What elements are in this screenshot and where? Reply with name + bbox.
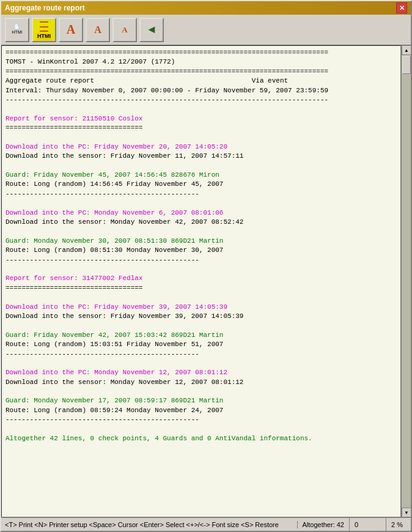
s1e2-route: Route: Long (random) 08:51:30 Monday Nov… <box>6 246 397 255</box>
print-button[interactable]: 📄HTMI <box>5 18 29 42</box>
s2e2-route: Route: Long (random) 08:59:24 Monday Nov… <box>6 406 397 415</box>
header-double-sep2: ========================================… <box>6 67 397 76</box>
s1e2-download-sensor: Download into the sensor: Monday Novembe… <box>6 218 397 227</box>
s1e2-guard: Guard: Monday November 30, 2007 08:51:30… <box>6 237 397 246</box>
sensor2-sep: ================================== <box>6 284 397 293</box>
font-small-icon: A <box>122 25 127 35</box>
header-double-sep: ========================================… <box>6 48 397 57</box>
html-button[interactable]: ▬▬▬▬▬▬ HTMI <box>32 18 56 42</box>
main-window: Aggregate route report ✕ 📄HTMI ▬▬▬▬▬▬ HT… <box>0 0 412 532</box>
blank5 <box>6 227 397 236</box>
header-line1: TOMST - WinKontrol 2007 4.2 12/2007 (177… <box>6 57 397 67</box>
blank4 <box>6 199 397 208</box>
blank3 <box>6 161 397 171</box>
content-area: ========================================… <box>1 45 411 517</box>
blank2 <box>6 133 397 142</box>
header-sep: ----------------------------------------… <box>6 95 397 105</box>
status-altogether: Altogether: 42 <box>298 518 350 531</box>
blank6 <box>6 265 397 274</box>
s1e1-sep: ----------------------------------------… <box>6 190 397 199</box>
s2e1-sep: ----------------------------------------… <box>6 350 397 359</box>
blank9 <box>6 359 397 368</box>
window-title: Aggregate route report <box>5 4 396 12</box>
print-icon: 📄HTMI <box>12 24 22 35</box>
blank11 <box>6 425 397 434</box>
font-medium-button[interactable]: A <box>86 18 110 42</box>
status-bar: <T> Print <N> Printer setup <Space> Curs… <box>1 517 411 531</box>
s2e1-guard: Guard: Friday November 42, 2007 15:03:42… <box>6 331 397 340</box>
status-count: 0 <box>350 518 386 531</box>
scrollbar-thumb[interactable] <box>402 56 411 74</box>
status-percent: 2 % <box>386 518 411 531</box>
s1e2-download-pc: Download into the PC: Monday November 6,… <box>6 209 397 218</box>
sensor1-sep: ================================== <box>6 124 397 133</box>
scroll-up-button[interactable]: ▲ <box>402 45 411 55</box>
s2e2-download-sensor: Download into the sensor: Monday Novembe… <box>6 378 397 387</box>
back-button[interactable]: ◄ <box>139 18 164 42</box>
s1e1-download-sensor: Download into the sensor: Friday Novembe… <box>6 152 397 161</box>
s2e2-sep: ----------------------------------------… <box>6 415 397 424</box>
s1e1-guard: Guard: Friday November 45, 2007 14:56:45… <box>6 171 397 180</box>
blank1 <box>6 105 397 114</box>
scroll-down-button[interactable]: ▼ <box>402 508 411 517</box>
summary-line: Altogether 42 lines, 0 check points, 4 G… <box>6 434 397 443</box>
report-content[interactable]: ========================================… <box>1 45 401 517</box>
font-large-icon: A <box>67 23 75 37</box>
font-medium-icon: A <box>94 24 101 35</box>
header-line2: Aggregate route report Via event <box>6 76 397 86</box>
s2e1-download-pc: Download into the PC: Friday November 39… <box>6 303 397 312</box>
blank7 <box>6 293 397 302</box>
vertical-scrollbar[interactable]: ▲ ▼ <box>401 45 411 517</box>
s2e2-download-pc: Download into the PC: Monday November 12… <box>6 368 397 377</box>
font-small-button[interactable]: A <box>112 18 137 42</box>
blank8 <box>6 321 397 330</box>
sensor2-report: Report for sensor: 31477002 Fedlax <box>6 274 397 283</box>
sensor1-report: Report for sensor: 21150510 Coslox <box>6 114 397 124</box>
s2e1-download-sensor: Download into the sensor: Friday Novembe… <box>6 312 397 321</box>
s2e2-guard: Guard: Monday November 17, 2007 08:59:17… <box>6 396 397 405</box>
s1e1-download-pc: Download into the PC: Friday November 20… <box>6 142 397 152</box>
blank10 <box>6 387 397 396</box>
report-body: ========================================… <box>6 48 397 443</box>
s2e1-route: Route: Long (random) 15:03:51 Friday Nov… <box>6 340 397 349</box>
toolbar: 📄HTMI ▬▬▬▬▬▬ HTMI A A A ◄ <box>1 15 411 45</box>
scrollbar-track[interactable] <box>402 55 411 508</box>
close-button[interactable]: ✕ <box>396 2 407 13</box>
html-icon: ▬▬▬▬▬▬ HTMI <box>36 19 52 40</box>
status-keys: <T> Print <N> Printer setup <Space> Curs… <box>1 521 298 528</box>
font-large-button[interactable]: A <box>59 18 83 42</box>
title-bar: Aggregate route report ✕ <box>1 1 411 15</box>
s1e1-route: Route: Long (random) 14:56:45 Friday Nov… <box>6 180 397 189</box>
s1e2-sep: ----------------------------------------… <box>6 256 397 265</box>
header-interval: Interval: Thursday November 0, 2007 00:0… <box>6 86 397 95</box>
back-icon: ◄ <box>146 23 157 36</box>
